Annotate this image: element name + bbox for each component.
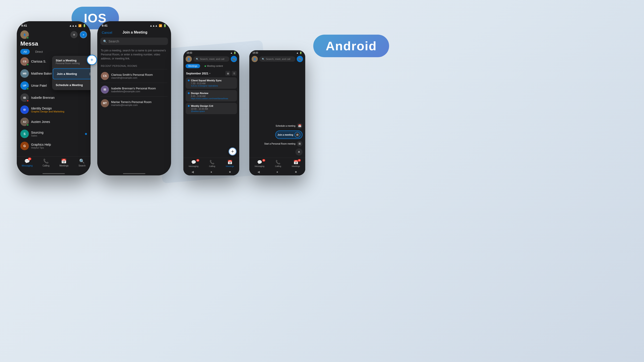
search-placeholder: Search: [108, 39, 119, 43]
room-item[interactable]: CS Clarissa Smith's Personal Room clasmi…: [97, 70, 171, 82]
contact-sub: Helpful Tips: [31, 146, 87, 149]
nav-meetings[interactable]: 📅 3 Meetings: [292, 160, 300, 167]
close-fab-button[interactable]: ×: [296, 148, 302, 156]
list-item[interactable]: IB Isabelle Brennan: [17, 92, 90, 104]
nav-messaging-label: Messaging: [255, 165, 264, 167]
contact-avatar-wrapper: IB: [20, 93, 29, 102]
video-icon[interactable]: 📹: [297, 56, 303, 62]
nav-meetings[interactable]: 📅 Meetings: [60, 158, 69, 167]
meeting-card[interactable]: Client Squad Weekly Sync 7:30 - 8:15 AM …: [186, 77, 237, 89]
nav-meetings[interactable]: 📅 Meetings: [226, 160, 234, 167]
avatar-wrapper[interactable]: 👤: [20, 30, 29, 39]
add-icon[interactable]: +: [80, 31, 87, 38]
personal-room-icon: ⊞: [297, 141, 302, 147]
contact-avatar-wrapper: AJ: [20, 117, 29, 126]
search-bar[interactable]: 🔍 Search: [100, 37, 168, 45]
search-placeholder: Search, meet, and call: [266, 58, 290, 60]
nav-messaging[interactable]: 💬 8 Messaging: [189, 160, 198, 167]
join-meeting-label: Join a Meeting: [57, 72, 77, 75]
dropdown-join-meeting[interactable]: Join a Meeting ⊞: [53, 68, 90, 79]
tab-meetings[interactable]: Meetings: [186, 64, 200, 68]
nav-calling-label: Calling: [42, 164, 50, 167]
android-tabs: Meetings Meeting content: [183, 63, 239, 69]
fab-add-button[interactable]: +: [228, 147, 236, 156]
schedule-meeting-item[interactable]: Schedule a meeting 📅: [276, 123, 302, 129]
nav-calling[interactable]: 📞 Calling: [209, 160, 215, 167]
list-view-icon[interactable]: ☰: [232, 71, 236, 76]
room-avatar: CS: [101, 72, 109, 80]
calendar-view-icon[interactable]: ▦: [226, 71, 230, 76]
room-name: Clarissa Smith's Personal Room: [111, 73, 153, 76]
tabs-row: All Direct: [17, 48, 90, 55]
back-btn[interactable]: ◀: [256, 170, 261, 174]
start-meeting-label: Start a Meeting: [56, 59, 80, 62]
start-personal-room-item[interactable]: Start a Personal Room meeting ⊞: [264, 141, 302, 147]
meeting-dot: [188, 105, 190, 107]
meetings-nav-icon: 📅: [294, 160, 298, 165]
phone-ios-messaging: 9:41 ▲▲▲ 📶 🔋 👤 ≡ + Messa: [17, 21, 90, 175]
list-item[interactable]: S Sourcing Sales: [17, 128, 90, 140]
search-nav-icon: 🔍: [79, 158, 85, 164]
status-bar: 9:41 ▲▲▲ 📶 🔋: [97, 21, 171, 28]
android-search-bar[interactable]: 🔍 Search, meet, and call: [259, 56, 296, 62]
contact-name: Identity Design: [31, 107, 87, 110]
list-item[interactable]: G Graphics Help Helpful Tips: [17, 140, 90, 152]
meetings-badge: 3: [298, 159, 301, 162]
meeting-card[interactable]: Weekly Design Crit 10:00 - 10:30 AM @web…: [186, 103, 237, 114]
nav-calling-label: Calling: [275, 165, 281, 167]
room-avatar: IB: [101, 86, 109, 94]
nav-messaging[interactable]: 💬 3 Messaging: [22, 158, 32, 167]
recent-rooms-header: RECENT PERSONAL ROOMS: [97, 62, 171, 68]
meeting-card[interactable]: Design Review 8:45 - 9:30 AM https://cis…: [186, 90, 237, 101]
meeting-dot: [188, 79, 190, 81]
android-search-bar[interactable]: 🔍 Search, meet, and call: [193, 56, 230, 62]
list-item[interactable]: AJ Austen Jones: [17, 116, 90, 128]
nav-calling[interactable]: 📞 Calling: [42, 158, 50, 167]
join-icon: ⊞: [294, 132, 300, 138]
tab-direct[interactable]: Direct: [32, 49, 46, 54]
contact-status: [26, 63, 29, 66]
phone-android-join: 18:00 ▲ 🔋 👤 🔍 Search, meet, and call 📹 S…: [249, 50, 305, 175]
add-meeting-fab[interactable]: +: [87, 55, 97, 65]
schedule-label: Schedule a meeting: [276, 125, 296, 127]
dropdown-schedule-meeting[interactable]: Schedule a Meeting ⊞: [52, 80, 90, 90]
recents-btn[interactable]: ■: [294, 170, 298, 174]
dropdown-start-meeting[interactable]: Start a Meeting Personal Room meeting ⊞: [52, 56, 90, 68]
tab-all[interactable]: All: [20, 49, 30, 54]
contact-status: [26, 100, 29, 102]
schedule-icon: 📅: [297, 123, 302, 129]
room-email: mariseto@example.com: [111, 104, 152, 106]
contact-name: Austen Jones: [31, 120, 87, 124]
contact-info: Graphics Help Helpful Tips: [31, 143, 87, 149]
tab-meeting-content[interactable]: Meeting content: [202, 64, 226, 68]
contact-avatar: MB: [20, 69, 29, 78]
home-indicator: [123, 173, 145, 174]
back-btn[interactable]: ◀: [190, 170, 195, 174]
user-avatar[interactable]: 👤: [252, 56, 258, 62]
join-meeting-item[interactable]: Join a meeting ⊞: [275, 130, 302, 139]
nav-messaging[interactable]: 💬 8 Messaging: [255, 160, 264, 167]
room-email: isabellebre@example.com: [111, 90, 156, 93]
room-info: Isabelle Brennan's Personal Room isabell…: [111, 87, 156, 93]
nav-calling[interactable]: 📞 Calling: [275, 160, 281, 167]
month-row: September 2021 ▾ ▦ ☰: [183, 69, 239, 77]
room-item[interactable]: MT Marise Torres's Personal Room mariset…: [97, 97, 171, 109]
list-item[interactable]: ID Identity Design Graphic Design and Ma…: [17, 104, 90, 116]
contact-info: Austen Jones: [31, 120, 87, 124]
room-item[interactable]: IB Isabelle Brennan's Personal Room isab…: [97, 84, 171, 95]
recents-btn[interactable]: ■: [228, 170, 232, 174]
cancel-button[interactable]: Cancel: [102, 31, 112, 34]
user-avatar[interactable]: 👤: [186, 56, 192, 62]
search-icon: 🔍: [103, 39, 107, 43]
home-btn[interactable]: ●: [209, 170, 214, 174]
home-btn[interactable]: ●: [275, 170, 280, 174]
video-icon[interactable]: 📹: [231, 56, 237, 62]
contact-info: Sourcing Sales: [31, 131, 83, 137]
nav-search[interactable]: 🔍 Search: [78, 158, 86, 167]
meeting-title: Weekly Design Crit: [188, 105, 235, 107]
filter-icon[interactable]: ≡: [70, 31, 78, 38]
contact-avatar-wrapper: UP: [20, 81, 29, 90]
bottom-nav: 💬 3 Messaging 📞 Calling 📅 Meetings 🔍 Sea…: [17, 156, 90, 171]
android-badge: Android: [313, 35, 389, 57]
join-meeting-title: Join a Meeting: [122, 30, 147, 34]
